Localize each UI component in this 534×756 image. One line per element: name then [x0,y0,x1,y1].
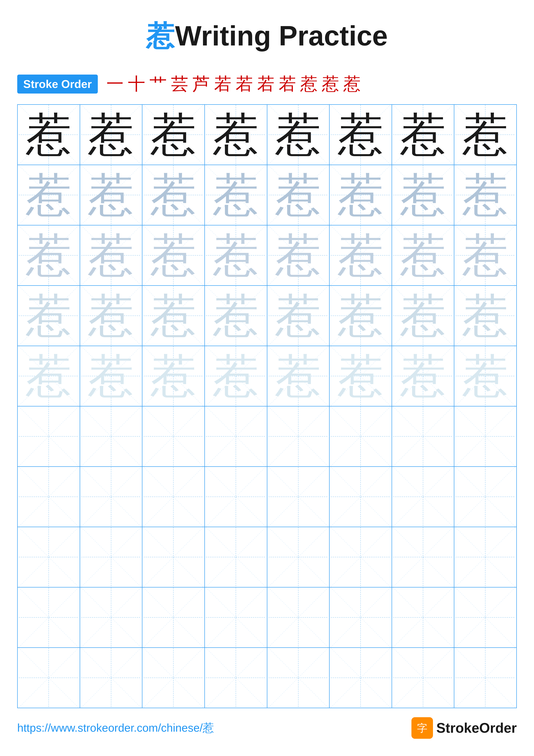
stroke-char-4: 芸 [171,72,188,96]
grid-cell [142,406,205,467]
grid-cell [267,587,330,648]
grid-cell [454,527,517,587]
grid-cell [205,467,267,527]
stroke-char-3: 艹 [149,72,167,96]
grid-cell [205,587,267,648]
grid-cell [17,648,80,708]
grid-cell: 惹 [80,346,142,406]
grid-cell [80,527,142,587]
grid-cell: 惹 [329,346,392,406]
grid-cell: 惹 [329,225,392,285]
grid-cell: 惹 [392,104,454,165]
grid-cell: 惹 [142,225,205,285]
grid-cell: 惹 [329,285,392,346]
stroke-order-badge: Stroke Order [17,74,98,94]
stroke-char-6: 若 [214,72,231,96]
grid-cell: 惹 [17,285,80,346]
grid-cell [205,406,267,467]
page-title: 惹 Writing Practice [0,0,534,64]
grid-cell [454,648,517,708]
stroke-char-12: 惹 [343,72,361,96]
svg-text:字: 字 [417,722,427,734]
grid-cell [80,467,142,527]
grid-cell: 惹 [267,225,330,285]
grid-cell [17,467,80,527]
grid-cell [454,406,517,467]
grid-cell: 惹 [205,225,267,285]
stroke-char-10: 惹 [300,72,318,96]
grid-cell: 惹 [17,165,80,225]
grid-cell: 惹 [205,285,267,346]
title-chinese-char: 惹 [146,20,174,51]
grid-cell [329,527,392,587]
stroke-char-1: 一 [106,72,124,96]
grid-cell: 惹 [205,104,267,165]
grid-cell: 惹 [17,104,80,165]
grid-cell [267,648,330,708]
stroke-char-8: 若 [257,72,274,96]
grid-cell [329,406,392,467]
grid-cell [329,587,392,648]
grid-cell: 惹 [80,225,142,285]
grid-cell [142,527,205,587]
footer-url: https://www.strokeorder.com/chinese/惹 [17,720,214,736]
practice-grid: 惹惹惹惹惹惹惹惹惹惹惹惹惹惹惹惹惹惹惹惹惹惹惹惹惹惹惹惹惹惹惹惹惹惹惹惹惹惹惹惹 [17,104,517,708]
grid-cell: 惹 [17,225,80,285]
stroke-char-9: 若 [279,72,296,96]
grid-cell [329,648,392,708]
grid-cell: 惹 [80,165,142,225]
title-text: Writing Practice [175,20,388,51]
grid-cell [80,406,142,467]
grid-cell [142,467,205,527]
stroke-char-2: 十 [128,72,145,96]
grid-cell: 惹 [329,165,392,225]
grid-cell: 惹 [205,165,267,225]
grid-cell [80,587,142,648]
stroke-char-11: 惹 [322,72,339,96]
stroke-order-chars: 一 十 艹 芸 芦 若 若 若 若 惹 惹 惹 [106,72,361,96]
grid-cell [142,648,205,708]
grid-cell: 惹 [267,346,330,406]
grid-cell: 惹 [329,104,392,165]
grid-cell [392,648,454,708]
grid-cell [205,527,267,587]
grid-cell [392,406,454,467]
grid-cell: 惹 [205,346,267,406]
footer: https://www.strokeorder.com/chinese/惹 字 … [0,717,534,739]
grid-cell: 惹 [142,104,205,165]
stroke-order-row: Stroke Order 一 十 艹 芸 芦 若 若 若 若 惹 惹 惹 [17,72,517,96]
footer-logo: 字 StrokeOrder [411,717,517,739]
grid-cell: 惹 [142,285,205,346]
stroke-char-7: 若 [236,72,253,96]
grid-cell: 惹 [454,346,517,406]
grid-cell [454,467,517,527]
grid-cell [329,467,392,527]
grid-cell: 惹 [454,104,517,165]
logo-text: StrokeOrder [436,720,517,736]
grid-cell: 惹 [392,285,454,346]
grid-cell [80,648,142,708]
grid-cell: 惹 [142,165,205,225]
grid-cell: 惹 [454,225,517,285]
grid-cell: 惹 [80,104,142,165]
grid-cell [392,527,454,587]
grid-cell [142,587,205,648]
grid-cell: 惹 [17,346,80,406]
grid-cell: 惹 [454,285,517,346]
grid-cell: 惹 [392,346,454,406]
grid-cell: 惹 [80,285,142,346]
logo-icon: 字 [411,717,433,739]
grid-cell [392,587,454,648]
grid-cell [205,648,267,708]
practice-grid-container: 惹惹惹惹惹惹惹惹惹惹惹惹惹惹惹惹惹惹惹惹惹惹惹惹惹惹惹惹惹惹惹惹惹惹惹惹惹惹惹惹 [17,104,517,708]
grid-cell: 惹 [392,225,454,285]
grid-cell [454,587,517,648]
grid-cell: 惹 [454,165,517,225]
grid-cell: 惹 [267,104,330,165]
grid-cell [17,406,80,467]
grid-cell: 惹 [392,165,454,225]
grid-cell: 惹 [267,165,330,225]
grid-cell: 惹 [142,346,205,406]
grid-cell [267,467,330,527]
grid-cell [267,527,330,587]
